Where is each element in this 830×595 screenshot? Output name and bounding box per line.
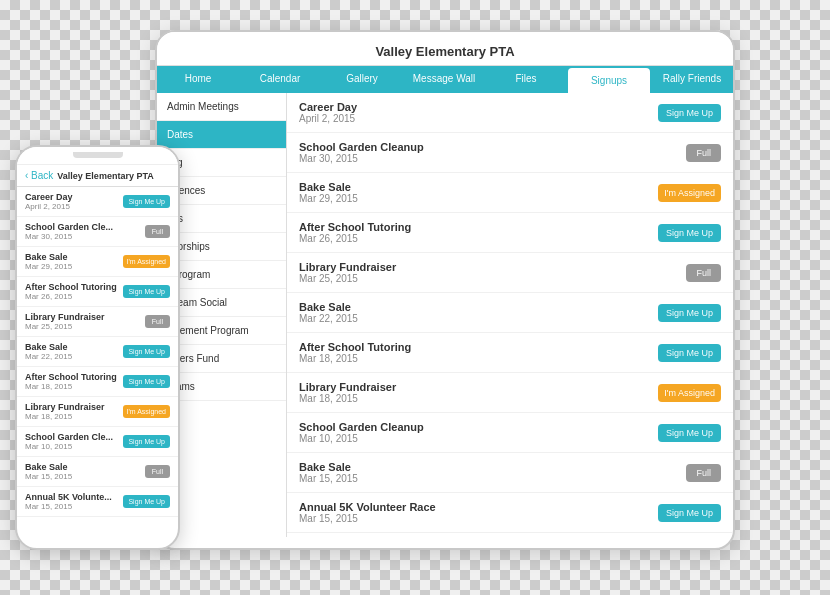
- table-row: After School Tutoring Mar 18, 2015 Sign …: [287, 333, 733, 373]
- list-item: After School Tutoring Mar 26, 2015 Sign …: [17, 277, 178, 307]
- list-item: School Garden Cle... Mar 30, 2015 Full: [17, 217, 178, 247]
- event-date: Mar 15, 2015: [299, 513, 436, 524]
- phone-full-button[interactable]: Full: [145, 315, 170, 328]
- phone-event-date: Mar 26, 2015: [25, 292, 117, 301]
- phone-event-title: School Garden Cle...: [25, 222, 113, 232]
- phone-event-info: Library Fundraiser Mar 25, 2015: [25, 312, 105, 331]
- phone-event-date: April 2, 2015: [25, 202, 73, 211]
- phone-full-button[interactable]: Full: [145, 225, 170, 238]
- tablet: Valley Elementary PTA Home Calendar Gall…: [155, 30, 735, 550]
- phone-title: Valley Elementary PTA: [57, 171, 153, 181]
- phone-event-title: After School Tutoring: [25, 372, 117, 382]
- phone-assigned-button[interactable]: I'm Assigned: [123, 405, 170, 418]
- phone-event-title: Career Day: [25, 192, 73, 202]
- phone-signup-button[interactable]: Sign Me Up: [123, 345, 170, 358]
- table-row: School Garden Cleanup Mar 10, 2015 Sign …: [287, 413, 733, 453]
- phone-event-title: Library Fundraiser: [25, 312, 105, 322]
- event-title: Bake Sale: [299, 461, 358, 473]
- event-date: Mar 22, 2015: [299, 313, 358, 324]
- tablet-title: Valley Elementary PTA: [157, 40, 733, 65]
- event-title: After School Tutoring: [299, 341, 411, 353]
- sidebar-admin-meetings[interactable]: Admin Meetings: [157, 93, 286, 121]
- event-date: Mar 29, 2015: [299, 193, 358, 204]
- event-info: Career Day April 2, 2015: [299, 101, 357, 124]
- tablet-body: Admin Meetings Dates ling ferences ngs n…: [157, 93, 733, 537]
- full-button[interactable]: Full: [686, 464, 721, 482]
- event-date: Mar 18, 2015: [299, 393, 396, 404]
- phone-signup-button[interactable]: Sign Me Up: [123, 435, 170, 448]
- signup-button[interactable]: Sign Me Up: [658, 424, 721, 442]
- phone-back-button[interactable]: ‹ Back: [25, 170, 53, 181]
- phone-signup-button[interactable]: Sign Me Up: [123, 285, 170, 298]
- phone-event-date: Mar 18, 2015: [25, 382, 117, 391]
- event-title: Library Fundraiser: [299, 381, 396, 393]
- assigned-button[interactable]: I'm Assigned: [658, 384, 721, 402]
- nav-message-wall[interactable]: Message Wall: [403, 66, 485, 93]
- nav-signups[interactable]: Signups: [568, 68, 650, 93]
- phone-event-info: Annual 5K Volunte... Mar 15, 2015: [25, 492, 112, 511]
- phone-event-date: Mar 22, 2015: [25, 352, 72, 361]
- event-info: Bake Sale Mar 15, 2015: [299, 461, 358, 484]
- event-info: Annual 5K Volunteer Race Mar 15, 2015: [299, 501, 436, 524]
- phone-event-date: Mar 15, 2015: [25, 472, 72, 481]
- event-title: Bake Sale: [299, 181, 358, 193]
- table-row: After School Tutoring Mar 26, 2015 Sign …: [287, 213, 733, 253]
- phone-event-date: Mar 18, 2015: [25, 412, 105, 421]
- phone-event-date: Mar 29, 2015: [25, 262, 72, 271]
- phone-event-title: School Garden Cle...: [25, 432, 113, 442]
- phone-signup-button[interactable]: Sign Me Up: [123, 195, 170, 208]
- list-item: Bake Sale Mar 29, 2015 I'm Assigned: [17, 247, 178, 277]
- event-title: Bake Sale: [299, 301, 358, 313]
- phone-event-title: Library Fundraiser: [25, 402, 105, 412]
- phone-status-bar: [17, 147, 178, 165]
- nav-home[interactable]: Home: [157, 66, 239, 93]
- tablet-header: Valley Elementary PTA: [157, 32, 733, 66]
- event-info: Library Fundraiser Mar 25, 2015: [299, 261, 396, 284]
- signup-button[interactable]: Sign Me Up: [658, 224, 721, 242]
- table-row: Bake Sale Mar 22, 2015 Sign Me Up: [287, 293, 733, 333]
- event-date: Mar 26, 2015: [299, 233, 411, 244]
- list-item: School Garden Cle... Mar 10, 2015 Sign M…: [17, 427, 178, 457]
- event-date: Mar 10, 2015: [299, 433, 424, 444]
- event-title: School Garden Cleanup: [299, 141, 424, 153]
- signup-button[interactable]: Sign Me Up: [658, 304, 721, 322]
- table-row: Bake Sale Mar 15, 2015 Full: [287, 453, 733, 493]
- phone-event-info: Career Day April 2, 2015: [25, 192, 73, 211]
- table-row: Career Day April 2, 2015 Sign Me Up: [287, 93, 733, 133]
- list-item: Library Fundraiser Mar 25, 2015 Full: [17, 307, 178, 337]
- phone-list: Career Day April 2, 2015 Sign Me Up Scho…: [17, 187, 178, 528]
- phone-notch: [73, 152, 123, 158]
- phone-full-button[interactable]: Full: [145, 465, 170, 478]
- sidebar-dates[interactable]: Dates: [157, 121, 286, 149]
- nav-rally-friends[interactable]: Rally Friends: [651, 66, 733, 93]
- nav-gallery[interactable]: Gallery: [321, 66, 403, 93]
- table-row: Library Fundraiser Mar 25, 2015 Full: [287, 253, 733, 293]
- event-info: School Garden Cleanup Mar 30, 2015: [299, 141, 424, 164]
- table-row: School Garden Cleanup Mar 30, 2015 Full: [287, 133, 733, 173]
- phone: ‹ Back Valley Elementary PTA Career Day …: [15, 145, 180, 550]
- table-row: Annual 5K Volunteer Race Mar 15, 2015 Si…: [287, 493, 733, 533]
- event-title: School Garden Cleanup: [299, 421, 424, 433]
- phone-assigned-button[interactable]: I'm Assigned: [123, 255, 170, 268]
- phone-signup-button[interactable]: Sign Me Up: [123, 495, 170, 508]
- phone-event-title: Bake Sale: [25, 252, 72, 262]
- phone-signup-button[interactable]: Sign Me Up: [123, 375, 170, 388]
- event-info: Bake Sale Mar 29, 2015: [299, 181, 358, 204]
- signup-button[interactable]: Sign Me Up: [658, 344, 721, 362]
- event-title: Library Fundraiser: [299, 261, 396, 273]
- full-button[interactable]: Full: [686, 264, 721, 282]
- table-row: Bake Sale Mar 29, 2015 I'm Assigned: [287, 173, 733, 213]
- list-item: Library Fundraiser Mar 18, 2015 I'm Assi…: [17, 397, 178, 427]
- nav-calendar[interactable]: Calendar: [239, 66, 321, 93]
- list-item: Career Day April 2, 2015 Sign Me Up: [17, 187, 178, 217]
- full-button[interactable]: Full: [686, 144, 721, 162]
- event-date: April 2, 2015: [299, 113, 357, 124]
- signup-button[interactable]: Sign Me Up: [658, 104, 721, 122]
- event-info: School Garden Cleanup Mar 10, 2015: [299, 421, 424, 444]
- assigned-button[interactable]: I'm Assigned: [658, 184, 721, 202]
- signup-button[interactable]: Sign Me Up: [658, 504, 721, 522]
- list-item: Annual 5K Volunte... Mar 15, 2015 Sign M…: [17, 487, 178, 517]
- phone-event-date: Mar 30, 2015: [25, 232, 113, 241]
- phone-event-info: Bake Sale Mar 22, 2015: [25, 342, 72, 361]
- nav-files[interactable]: Files: [485, 66, 567, 93]
